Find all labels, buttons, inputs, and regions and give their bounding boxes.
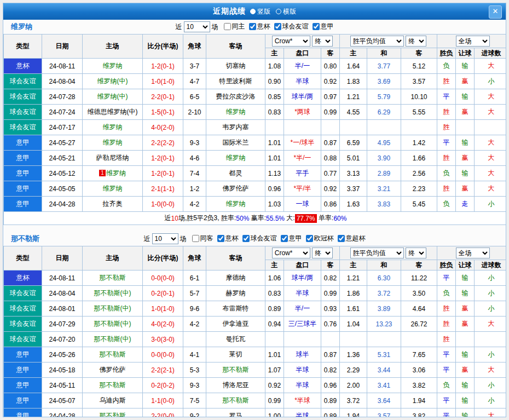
away-team-name: 那不勒斯 [223, 366, 249, 373]
checkbox-input[interactable] [313, 23, 320, 30]
goals-result-flag: 大 [475, 59, 506, 74]
filter-checkbox[interactable]: 欧冠杯 [306, 234, 334, 243]
filter-checkbox[interactable]: 同客 [192, 234, 213, 243]
filter-checkbox[interactable]: 意杯 [249, 22, 270, 31]
asia-result-flag: 赢 [456, 74, 475, 89]
title-bar: 近期战绩 竖版 横版 ✕ [3, 3, 506, 20]
odds-select-group: Crow* 终 [265, 246, 340, 260]
away-team-name: 费拉尔皮沙洛 [216, 93, 256, 100]
scope-select[interactable]: 全场 [456, 248, 490, 258]
odds-away: 0.97 [321, 89, 340, 105]
asia-result-flag: 走 [456, 197, 475, 212]
mean-type-select[interactable]: 胜平负均值 [350, 248, 404, 258]
mean-away: 2.23 [401, 181, 437, 197]
match-score: 1-0(0-0) [143, 197, 183, 212]
match-date: 24-08-11 [42, 59, 83, 74]
match-row: 球会友谊24-07-29那不勒斯(中)4-0(2-0)4-2伊拿迪亚0.94三/… [4, 317, 507, 332]
away-team-name: 赫罗纳 [226, 289, 246, 297]
home-team: 维德思维罗纳(中) [83, 105, 143, 120]
col-odds-home: 主 [265, 48, 284, 59]
away-team-name: 切塞纳 [226, 62, 246, 70]
handicap-line: *平/半 [284, 181, 321, 197]
match-row: 球会友谊24-08-01那不勒斯(中)1-0(1-0)9-6布雷斯特0.89半/… [4, 301, 507, 317]
radio-horizontal-layout[interactable]: 横版 [276, 7, 296, 16]
corner-count: 9-3 [183, 135, 206, 151]
radio-vertical-layout[interactable]: 竖版 [250, 7, 270, 16]
goals-result-flag: 大 [475, 151, 506, 166]
match-date: 24-05-11 [42, 378, 83, 393]
checkbox-input[interactable] [274, 23, 281, 30]
filter-bar: 近 10 场 同主意杯球会友谊意甲 [176, 21, 334, 32]
home-team-name: 萨勒尼塔纳 [96, 154, 129, 162]
filter-checkbox[interactable]: 意杯 [217, 234, 239, 243]
filter-checkbox[interactable]: 同主 [224, 22, 245, 31]
checkbox-input[interactable] [338, 235, 345, 242]
recent-count-select[interactable]: 10 [184, 21, 210, 32]
recent-count-select[interactable]: 10 [152, 233, 178, 244]
odds-home: 0.94 [265, 317, 284, 332]
mean-home [340, 120, 367, 135]
away-team: 那不勒斯 [206, 393, 265, 409]
filter-checkbox[interactable]: 意甲 [281, 234, 302, 243]
odds-company-select[interactable]: Crow* [272, 36, 310, 47]
mean-draw: 6.30 [367, 271, 401, 286]
close-icon[interactable]: ✕ [489, 5, 502, 19]
team-name: 维罗纳 [11, 22, 32, 32]
match-row: 意甲24-05-27维罗纳2-2(2-2)9-3国际米兰1.01*一/球半0.8… [4, 135, 507, 151]
odds-home: 0.99 [265, 393, 284, 409]
rank-marker: 1 [99, 170, 106, 176]
checkbox-label: 球会友谊 [251, 234, 277, 243]
away-team-name: 莱切 [229, 350, 242, 358]
result-flag: 胜 [437, 105, 456, 120]
mean-draw: 3.44 [367, 363, 401, 378]
handicap-line: *一/球半 [284, 135, 321, 151]
mean-select-group: 胜平负均值 终 [340, 34, 437, 48]
checkbox-input[interactable] [192, 235, 199, 242]
mean-away: 3.82 [401, 378, 437, 393]
checkbox-input[interactable] [217, 235, 224, 242]
checkbox-input[interactable] [306, 235, 313, 242]
filter-checkbox[interactable]: 意甲 [313, 22, 334, 31]
checkbox-input[interactable] [224, 23, 231, 30]
handicap-line [284, 120, 321, 135]
filter-checkbox[interactable]: 意超杯 [338, 234, 366, 243]
odds-state-select[interactable]: 终 [312, 248, 333, 258]
odds-company-select[interactable]: Crow* [272, 248, 310, 258]
summary-segment: 场,胜5平2负3, 胜率: [178, 214, 236, 223]
odds-away: 0.82 [321, 363, 340, 378]
mean-type-select[interactable]: 胜平负均值 [350, 36, 404, 47]
checkbox-input[interactable] [242, 235, 250, 242]
filter-checkbox[interactable]: 球会友谊 [274, 22, 309, 31]
match-type-badge: 意杯 [4, 59, 42, 74]
home-team-name: 维罗纳 [106, 169, 126, 177]
col-asia-result: 让球 [456, 48, 475, 59]
mean-state-select[interactable]: 终 [406, 248, 426, 258]
away-team: 罗马 [206, 409, 265, 418]
checkbox-input[interactable] [249, 23, 256, 30]
filter-checkbox[interactable]: 球会友谊 [242, 234, 277, 243]
col-mean-draw: 和 [367, 48, 401, 59]
home-team: 萨勒尼塔纳 [83, 151, 143, 166]
mean-state-select[interactable]: 终 [406, 36, 426, 47]
match-row: 球会友谊24-08-04维罗纳(中)1-0(1-0)4-7特里波利斯0.90半球… [4, 74, 507, 89]
away-team: 特里波利斯 [206, 74, 265, 89]
odds-state-select[interactable]: 终 [312, 36, 333, 47]
match-score: 1-5(0-1) [143, 105, 183, 120]
asia-result-flag: 赢 [456, 105, 475, 120]
mean-draw: 3.21 [367, 181, 401, 197]
home-team: 那不勒斯(中) [83, 286, 143, 301]
match-type-badge: 意甲 [4, 347, 42, 363]
radio-dot-icon [276, 9, 281, 14]
col-away: 客场 [206, 34, 265, 59]
match-score: 1-2(0-1) [143, 166, 183, 181]
scope-select[interactable]: 全场 [456, 36, 490, 47]
col-score: 比分(半场) [143, 246, 183, 271]
mean-draw: 3.83 [367, 197, 401, 212]
result-flag: 负 [437, 378, 456, 393]
mean-away: 11.22 [401, 271, 437, 286]
match-type-badge: 球会友谊 [4, 89, 42, 105]
handicap-line: 球半/两 [284, 271, 321, 286]
odds-away: 0.87 [321, 135, 340, 151]
goals-result-flag: 大 [475, 363, 506, 378]
checkbox-input[interactable] [281, 235, 288, 242]
